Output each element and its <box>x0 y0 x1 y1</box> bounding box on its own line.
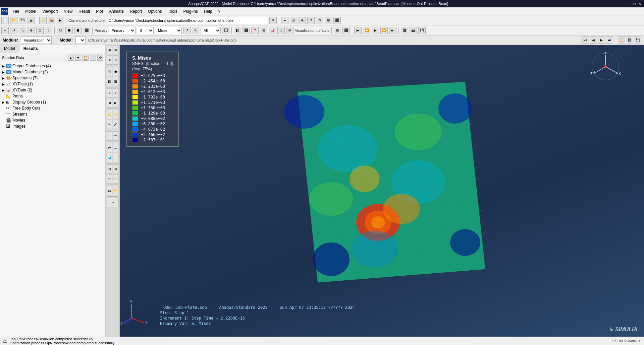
menu-model[interactable]: Model <box>22 8 39 14</box>
screenshot-btn[interactable]: 📷 <box>410 27 417 34</box>
toggle-icon[interactable]: ▶ <box>2 82 6 86</box>
toggle-icon[interactable]: ▶ <box>2 70 6 74</box>
tool-sm23[interactable]: ⊡ <box>107 164 112 174</box>
mod-save-img-btn[interactable]: 🖼 <box>626 37 633 44</box>
cwd-path[interactable] <box>107 17 268 24</box>
menu-report[interactable]: Report <box>127 8 145 14</box>
menu-file[interactable]: File <box>10 8 22 14</box>
view3d-btn[interactable]: ⬡ <box>57 27 64 34</box>
tree-item-movies[interactable]: ▶ 🎬 Movies <box>1 117 105 123</box>
defaults-btn[interactable]: ⚙ <box>286 27 293 34</box>
menu-plugins[interactable]: Plug-ins <box>180 8 200 14</box>
layout2-btn[interactable]: ⬛ <box>342 27 350 34</box>
new-button[interactable]: 📄 <box>1 17 9 24</box>
chart-btn[interactable]: 📊 <box>269 27 276 34</box>
tool-btn1[interactable]: ● <box>281 17 288 24</box>
filter-select[interactable]: All <box>201 27 221 34</box>
session-down-btn[interactable]: ▼ <box>75 55 81 61</box>
tool-sm8[interactable]: ◨ <box>113 77 118 86</box>
rotate-btn[interactable]: ↺ <box>10 27 17 34</box>
next-btn[interactable]: ⏩ <box>380 27 388 34</box>
session-settings-btn[interactable]: ⚙ <box>97 55 103 61</box>
tool-sm21[interactable]: 📊 <box>107 153 112 162</box>
zoom-btn[interactable]: 🔍 <box>19 27 26 34</box>
session-more-btn[interactable]: ⋮ <box>90 55 96 61</box>
tool-btn4[interactable]: ↺ <box>307 17 315 24</box>
tool-sm25[interactable]: ✂ <box>107 174 112 184</box>
tool-sm7[interactable]: ◧ <box>107 77 112 86</box>
menu-question[interactable]: ? <box>216 8 223 14</box>
maximize-button[interactable]: □ <box>633 2 636 6</box>
tree-item-model-db[interactable]: ▶ DB Model Database (2) <box>1 69 105 75</box>
query-btn[interactable]: ⬛ <box>243 27 250 34</box>
mod-next-btn[interactable]: ▶ <box>598 37 605 44</box>
info-btn[interactable]: ℹ <box>277 27 285 34</box>
tool-sm19[interactable]: 🗺 <box>107 143 112 152</box>
tool-sm11[interactable]: ◀ <box>107 98 112 108</box>
tool-sm15[interactable]: ✏ <box>107 120 112 129</box>
tool-sm18[interactable]: 〰 <box>113 131 118 141</box>
tool-sm6[interactable]: ⬢ <box>113 67 118 76</box>
menu-result[interactable]: Result <box>76 8 93 14</box>
tool-sm26[interactable]: ✁ <box>113 174 118 184</box>
tree-item-streams[interactable]: ▶ 〰 Streams <box>1 111 105 117</box>
probe-btn[interactable]: 📍 <box>251 27 259 34</box>
mod-save-btn[interactable]: 💾 <box>634 37 641 44</box>
mod-copy-btn[interactable]: 📋 <box>618 37 625 44</box>
first-btn[interactable]: ⏮ <box>354 27 362 34</box>
menu-tools[interactable]: Tools <box>165 8 180 14</box>
output-select[interactable]: Mises <box>155 27 182 34</box>
tool-sm28[interactable]: 📂 <box>113 186 118 195</box>
deform-btn[interactable]: ◧ <box>234 27 241 34</box>
primary-select[interactable]: Primary <box>109 27 136 34</box>
cwd-dropdown[interactable]: ▼ <box>269 17 277 24</box>
tool-sm14[interactable]: 📏 <box>113 110 118 119</box>
save-img-btn[interactable]: 💾 <box>418 27 426 34</box>
cursor-btn[interactable]: ↖ <box>192 27 199 34</box>
tool-sm13[interactable]: 📐 <box>107 110 112 119</box>
menu-help[interactable]: Help <box>201 8 215 14</box>
tree-item-display-groups[interactable]: ▶ ⊞ Display Groups (1) <box>1 99 105 105</box>
menu-animate[interactable]: Animate <box>106 8 126 14</box>
menu-options[interactable]: Options <box>145 8 164 14</box>
tool-sm16[interactable]: 🖊 <box>113 120 118 129</box>
tree-item-paths[interactable]: ▶ 📐 Paths <box>1 93 105 99</box>
tool-sm27[interactable]: 🗂 <box>107 186 112 195</box>
tree-item-images[interactable]: ▶ 🖼 Images <box>1 123 105 129</box>
session-up-btn[interactable]: ▲ <box>68 55 74 61</box>
canvas-area[interactable]: S, Mises SNEG, (fraction = -1.0) (Avg: 7… <box>120 45 644 337</box>
prev-btn[interactable]: ⏪ <box>363 27 370 34</box>
tool-sm24[interactable]: ⊠ <box>113 164 118 174</box>
tool-btn5[interactable]: ↻ <box>316 17 323 24</box>
open-button[interactable]: 📂 <box>10 17 17 24</box>
close-button[interactable]: ✕ <box>638 2 641 6</box>
move-btn[interactable]: ✛ <box>1 27 9 34</box>
fit-btn[interactable]: ⊡ <box>36 27 44 34</box>
tree-item-xyplots[interactable]: ▶ 📈 XYPlots (1) <box>1 81 105 87</box>
tab-results[interactable]: Results <box>19 45 42 53</box>
tool-sm5[interactable]: ⬡ <box>107 67 112 76</box>
toggle-icon[interactable]: ▶ <box>2 76 6 80</box>
layout-btn[interactable]: ⊞ <box>334 27 341 34</box>
play-btn[interactable]: ▶ <box>372 27 379 34</box>
action-btn1[interactable]: ⚡ <box>39 17 47 24</box>
mod-last-btn[interactable]: ⏭ <box>606 37 613 44</box>
tree-item-output-db[interactable]: ▶ DB Output Databases (4) <box>1 63 105 69</box>
tool-sm2[interactable]: ⊟ <box>113 46 118 55</box>
toggle-icon[interactable]: ▶ <box>2 64 6 68</box>
tool-arrow[interactable]: ↗ <box>107 198 119 207</box>
tree-item-spectrums[interactable]: ▶ 🎨 Spectrums (7) <box>1 75 105 81</box>
hidden-btn[interactable]: ⬛ <box>83 27 90 34</box>
tool-sm10[interactable]: 🔻 <box>113 88 118 98</box>
print-button[interactable]: 🖨 <box>28 17 35 24</box>
tool-sm17[interactable]: → <box>107 131 112 141</box>
save-button[interactable]: 💾 <box>19 17 26 24</box>
tree-item-free-body-cuts[interactable]: ▶ ✂ Free Body Cuts <box>1 105 105 111</box>
toggle-icon[interactable]: ▶ <box>2 88 6 92</box>
tab-model[interactable]: Model <box>0 45 19 53</box>
action-btn2[interactable]: 📦 <box>48 17 55 24</box>
tool-sm12[interactable]: ▶ <box>113 98 118 108</box>
tool-btn7[interactable]: ⬛ <box>333 17 341 24</box>
reset-btn[interactable]: ↺ <box>183 27 191 34</box>
menu-plot[interactable]: Plot <box>93 8 106 14</box>
